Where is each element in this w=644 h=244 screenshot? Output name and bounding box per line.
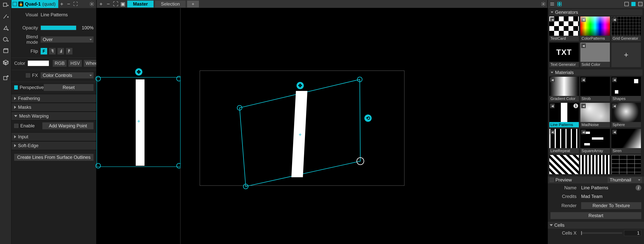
generator-solidcolor[interactable]: ◀Solid Color <box>580 43 610 67</box>
section-feathering[interactable]: Feathering <box>12 94 96 103</box>
move-handle-icon[interactable]: ✥ <box>296 82 304 89</box>
fx-dropdown[interactable]: Color Controls <box>41 72 94 79</box>
section-soft-edge[interactable]: Soft-Edge <box>12 141 96 150</box>
tool-add-circle[interactable] <box>2 36 10 43</box>
material-strob[interactable]: ◀Strob <box>580 77 610 101</box>
viewport-gear-icon[interactable] <box>541 2 546 7</box>
tool-add-quad[interactable] <box>2 1 10 9</box>
lock-icon[interactable]: 🔒 <box>18 2 24 7</box>
material-madnoise[interactable]: ◀MadNoise <box>580 103 610 127</box>
flip-label: Flip <box>14 49 41 54</box>
reset-button[interactable]: Reset <box>44 84 94 91</box>
chevron-left-icon: ◀ <box>581 78 586 82</box>
window-close[interactable] <box>638 2 642 6</box>
meshwarp-enable-checkbox[interactable] <box>14 124 18 128</box>
preview-checkbox[interactable] <box>550 178 554 182</box>
viewport-preview[interactable]: ✥ + <box>96 8 180 244</box>
svg-marker-15 <box>6 61 8 65</box>
add-warping-point-button[interactable]: Add Warping Point <box>42 122 94 129</box>
flip-v-button[interactable]: Ⅎ <box>58 48 64 55</box>
svg-point-18 <box>91 4 92 5</box>
browser-toolbar <box>548 0 644 8</box>
tool-add-line[interactable] <box>2 13 10 20</box>
section-input[interactable]: Input <box>12 132 96 141</box>
generator-add[interactable]: + <box>612 43 641 67</box>
chevron-left-icon: ◀ <box>612 17 617 22</box>
move-handle-icon[interactable]: ✥ <box>135 68 142 76</box>
tab-selection[interactable]: Selection <box>155 1 186 8</box>
list-view-icon[interactable] <box>549 1 555 7</box>
surface-tab-bar: 🔒 Quad-1 (quad) + − ⛶ <box>12 0 96 8</box>
wheel-button[interactable]: Wheel <box>84 60 96 67</box>
material-linerepeat[interactable]: ◀LineRepeat <box>549 129 579 153</box>
enable-label: Enable <box>20 123 35 129</box>
svg-rect-0 <box>3 3 7 7</box>
surface-tab-active[interactable]: 🔒 Quad-1 (quad) <box>12 0 58 8</box>
info-icon[interactable]: i <box>636 185 641 191</box>
materials-header[interactable]: Materials <box>549 69 642 76</box>
tool-add-triangle[interactable] <box>2 24 10 32</box>
tool-screen[interactable] <box>2 47 10 55</box>
svg-rect-27 <box>560 4 562 6</box>
material-squarearray[interactable]: ◀SquareArray <box>580 129 610 153</box>
tab-maximize-icon[interactable]: ⛶ <box>72 1 79 7</box>
generator-colorpatterns[interactable]: ◀ColorPatterns <box>580 17 610 41</box>
inspector-panel: 🔒 Quad-1 (quad) + − ⛶ Visual Line Patter… <box>12 0 96 244</box>
svg-point-19 <box>543 3 544 5</box>
section-mesh-warping[interactable]: Mesh Warping <box>12 112 96 120</box>
chevron-left-icon: ◀ <box>581 17 586 22</box>
rgb-button[interactable]: RGB <box>53 60 66 67</box>
gear-icon[interactable] <box>89 2 94 7</box>
material-line-patterns[interactable]: ◀1Line Patterns <box>549 103 579 127</box>
material-extra-bricks[interactable] <box>612 155 641 174</box>
tab-master[interactable]: Master <box>127 1 154 8</box>
perspective-checkbox[interactable] <box>14 85 18 90</box>
material-shapes[interactable]: ◀Shapes <box>612 77 641 101</box>
tab-add[interactable]: + <box>187 1 199 8</box>
tool-cube[interactable] <box>2 59 10 66</box>
window-restore[interactable] <box>631 2 636 6</box>
opacity-slider[interactable] <box>41 26 76 30</box>
material-extra-diag[interactable] <box>549 155 579 174</box>
tab-remove[interactable]: − <box>65 1 72 7</box>
tab-add[interactable]: + <box>58 1 65 7</box>
flip-hv-button[interactable]: 𐌅 <box>66 48 72 55</box>
vp-add-icon[interactable]: + <box>98 1 104 7</box>
generator-testcard[interactable]: ◀TestCard <box>549 17 579 41</box>
render-to-texture-button[interactable]: Render To Texture <box>581 202 641 209</box>
cellsx-field[interactable]: 1 <box>624 230 641 236</box>
restart-button[interactable]: Restart <box>550 212 641 219</box>
blend-mode-dropdown[interactable]: Over <box>41 37 94 43</box>
material-gradient-color[interactable]: ◀Gradient Color <box>549 77 579 101</box>
chevron-left-icon: ◀ <box>581 130 586 134</box>
fx-enable-checkbox[interactable] <box>26 73 30 78</box>
material-sphere[interactable]: ◀Sphere <box>612 103 641 127</box>
media-name: Line Patterns <box>581 185 634 190</box>
flip-none-button[interactable]: F <box>41 48 47 55</box>
material-siren[interactable]: ◀Siren <box>612 129 641 153</box>
rotate-handle-icon[interactable]: ⟲ <box>364 115 372 122</box>
fx-label: FX <box>32 73 38 78</box>
viewport-master[interactable]: ✥ ⟲ + <box>180 8 548 244</box>
section-masks[interactable]: Masks <box>12 103 96 112</box>
svg-rect-16 <box>4 77 7 80</box>
window-minimize[interactable] <box>624 2 629 6</box>
vp-remove-icon[interactable]: − <box>106 1 111 7</box>
flip-h-button[interactable]: ꟻ <box>49 48 56 55</box>
generator-gridgenerator[interactable]: ◀Grid Generator <box>612 17 641 41</box>
material-extra-vbars[interactable] <box>580 155 610 174</box>
vp-fit-icon[interactable]: ▣ <box>120 1 126 7</box>
create-lines-button[interactable]: Create Lines From Surface Outlines <box>14 154 94 161</box>
media-credits: Mad Team <box>581 194 641 199</box>
opacity-label: Opacity <box>14 25 41 31</box>
tool-import[interactable] <box>2 74 10 82</box>
generators-header[interactable]: Generators <box>549 9 642 15</box>
color-swatch[interactable] <box>28 61 49 66</box>
vp-fullscreen-icon[interactable]: ⛶ <box>113 1 118 7</box>
section-cells[interactable]: Cells <box>548 222 644 229</box>
chevron-left-icon: ◀ <box>581 43 586 48</box>
preview-mode-dropdown[interactable]: Thumbnail <box>608 177 642 183</box>
generator-textgenerator[interactable]: TXTText Generator <box>549 43 579 67</box>
hsv-button[interactable]: HSV <box>68 60 82 67</box>
grid-view-icon[interactable] <box>556 1 562 7</box>
